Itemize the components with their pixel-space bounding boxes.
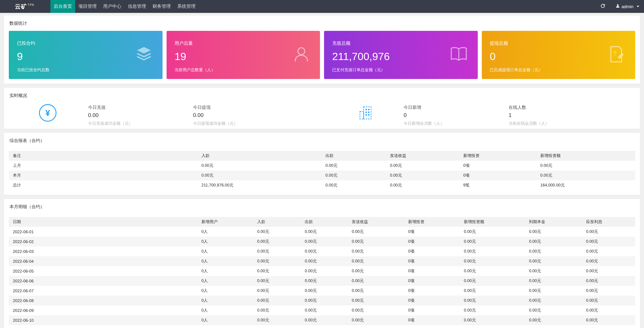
stat-caption: 今日充值成功金额（元）	[88, 121, 193, 126]
column-header: 入款	[253, 217, 301, 227]
column-header: 入款	[198, 151, 322, 161]
report-card: 综合报表（合约） 备注入款出款发送收益新增投资新增投资额上月0.00元0.00元…	[4, 133, 640, 195]
report-table: 备注入款出款发送收益新增投资新增投资额上月0.00元0.00元0.00元0项0.…	[9, 151, 635, 190]
table-cell: 0.00元	[525, 256, 582, 266]
table-cell: 0.00元	[460, 266, 525, 276]
yen-circle-icon: ¥	[38, 104, 57, 123]
table-cell: 0.00元	[536, 161, 635, 171]
user-menu[interactable]: admin	[616, 4, 639, 9]
stat-value: 0.00	[193, 112, 298, 118]
table-row: 总计211,700,976.00元0.00元0.00元9笔164,000.00元	[9, 180, 635, 190]
detail-table: 日期新增用户入款出款发送收益新增投资新增投资额到期本金应发利息2022-06-0…	[9, 217, 635, 325]
table-cell: 0项	[404, 266, 460, 276]
layers-icon	[134, 45, 153, 65]
table-cell: 0人	[198, 305, 253, 315]
table-cell: 0项	[404, 286, 460, 296]
stat-label: 已投合约	[17, 40, 154, 46]
stat-caption: 已完成提现订单总金额（元）	[490, 67, 627, 73]
table-cell: 0人	[198, 276, 253, 286]
stat-tile-withdraw: 提现总额 0 已完成提现订单总金额（元） ?	[482, 31, 635, 79]
table-cell: 0.00元	[582, 305, 635, 315]
table-row: 2022-06-080人0.00元0.00元0.00元0项0.00元0.00元0…	[9, 296, 635, 305]
table-cell: 0.00元	[301, 256, 348, 266]
nav-item-用户中心[interactable]: 用户中心	[100, 0, 124, 13]
nav-item-财务管理[interactable]: 财务管理	[149, 0, 174, 13]
table-cell: 0.00元	[301, 296, 348, 305]
nav-item-系统管理[interactable]: 系统管理	[174, 0, 199, 13]
table-cell: 2022-06-09	[9, 305, 198, 315]
table-cell: 0.00元	[582, 246, 635, 256]
table-cell: 2022-06-04	[9, 256, 198, 266]
stat-label: 在线人数	[508, 104, 614, 110]
table-cell: 0.00元	[253, 237, 301, 246]
app-logo[interactable]: 云矿TP6	[0, 0, 50, 13]
user-icon	[292, 45, 310, 65]
table-cell: 0项	[404, 246, 460, 256]
table-cell: 0.00元	[253, 256, 301, 266]
stat-value: 0	[404, 112, 508, 118]
table-cell: 0.00元	[253, 227, 301, 237]
stat-caption: 当前在线会员数（人）	[508, 121, 614, 126]
column-header: 发送收益	[386, 151, 459, 161]
column-header: 新增投资额	[536, 151, 635, 161]
table-cell: 211,700,976.00元	[198, 180, 322, 190]
table-cell: 0.00元	[460, 305, 525, 315]
realtime-card: 实时概况 ¥ 今日充值 0.00 今日充值成功金额（元） 今日提现 0.00	[4, 88, 640, 129]
realtime-card-title: 实时概况	[4, 88, 640, 103]
table-cell: 0.00元	[253, 286, 301, 296]
table-cell: 0.00元	[348, 296, 404, 305]
table-cell: 0.00元	[348, 266, 404, 276]
table-cell: 0.00元	[253, 266, 301, 276]
table-cell: 2022-06-10	[9, 315, 198, 325]
table-cell: 2022-06-08	[9, 296, 198, 305]
table-cell: 0.00元	[525, 227, 582, 237]
detail-table-wrap: 日期新增用户入款出款发送收益新增投资新增投资额到期本金应发利息2022-06-0…	[4, 214, 640, 328]
nav-item-后台首页[interactable]: 后台首页	[50, 0, 75, 13]
table-cell: 2022-06-07	[9, 286, 198, 296]
report-card-title: 综合报表（合约）	[4, 133, 640, 148]
table-cell: 0.00元	[386, 180, 459, 190]
table-cell: 0.00元	[321, 180, 386, 190]
stat-label: 今日新增	[404, 104, 508, 110]
table-cell: 0.00元	[348, 276, 404, 286]
table-row: 2022-06-050人0.00元0.00元0.00元0项0.00元0.00元0…	[9, 266, 635, 276]
table-cell: 0.00元	[301, 286, 348, 296]
stat-label: 提现总额	[490, 40, 627, 46]
table-cell: 0项	[459, 161, 536, 171]
table-cell: 0项	[459, 171, 536, 180]
stat-value: 9	[17, 51, 154, 63]
table-cell: 0.00元	[348, 237, 404, 246]
realtime-stat-withdraw: 今日提现 0.00 今日提现成功金额（元）	[193, 104, 298, 126]
stats-card: 数据统计 已投合约 9 当前已投合约总数 用户总量	[4, 16, 640, 84]
table-cell: 0项	[404, 315, 460, 325]
caret-down-icon	[636, 6, 639, 7]
column-header: 新增用户	[198, 217, 253, 227]
table-cell: 0.00元	[321, 171, 386, 180]
nav-item-信息管理[interactable]: 信息管理	[124, 0, 149, 13]
realtime-stat-recharge: 今日充值 0.00 今日充值成功金额（元）	[88, 104, 193, 126]
table-cell: 0.00元	[301, 266, 348, 276]
stats-card-title: 数据统计	[4, 16, 640, 31]
realtime-body: ¥ 今日充值 0.00 今日充值成功金额（元） 今日提现 0.00 今日提现成功…	[4, 103, 640, 129]
nav-item-项目管理[interactable]: 项目管理	[75, 0, 100, 13]
stat-caption: 已支付充值订单总金额（元）	[332, 67, 470, 73]
refresh-button[interactable]	[600, 3, 605, 10]
table-cell: 0.00元	[301, 305, 348, 315]
table-cell: 2022-06-02	[9, 237, 198, 246]
stat-value: 19	[174, 51, 312, 63]
detail-card-title: 本月明细（合约）	[4, 199, 640, 214]
table-cell: 0.00元	[301, 246, 348, 256]
table-cell: 0.00元	[460, 256, 525, 266]
column-header: 新增投资	[459, 151, 536, 161]
main-content: 数据统计 已投合约 9 当前已投合约总数 用户总量	[0, 13, 644, 328]
stat-value: 0.00	[88, 112, 193, 118]
refresh-icon	[600, 3, 605, 10]
table-cell: 0人	[198, 315, 253, 325]
table-cell: 0.00元	[460, 246, 525, 256]
app-logo-version: TP6	[28, 3, 34, 7]
table-cell: 0.00元	[525, 266, 582, 276]
table-cell: 2022-06-05	[9, 266, 198, 276]
table-cell: 2022-06-06	[9, 276, 198, 286]
app-logo-text: 云矿	[15, 3, 27, 10]
table-cell: 0人	[198, 256, 253, 266]
